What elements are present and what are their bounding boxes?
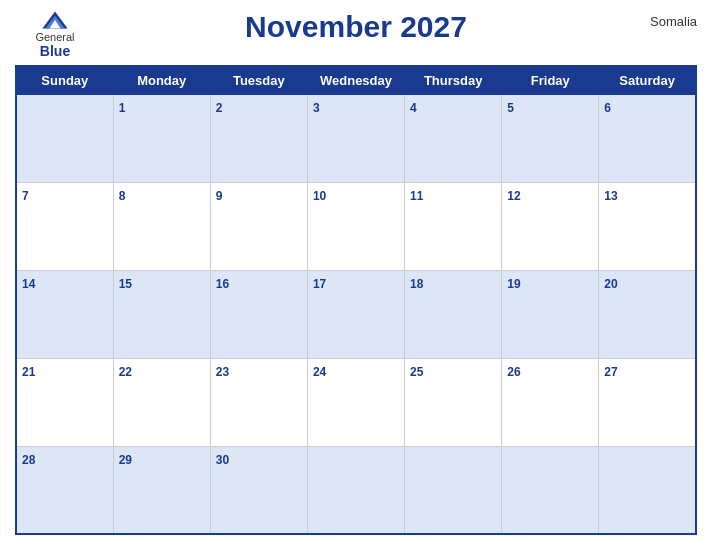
calendar-cell: 14 bbox=[16, 270, 113, 358]
calendar-week-row: 78910111213 bbox=[16, 182, 696, 270]
calendar-cell: 15 bbox=[113, 270, 210, 358]
calendar-cell: 17 bbox=[307, 270, 404, 358]
day-number: 28 bbox=[22, 453, 35, 467]
calendar-cell: 13 bbox=[599, 182, 696, 270]
day-number: 8 bbox=[119, 189, 126, 203]
calendar-cell: 22 bbox=[113, 358, 210, 446]
month-title: November 2027 bbox=[95, 10, 617, 44]
day-number: 17 bbox=[313, 277, 326, 291]
calendar-cell: 10 bbox=[307, 182, 404, 270]
calendar-cell: 12 bbox=[502, 182, 599, 270]
day-number: 26 bbox=[507, 365, 520, 379]
calendar-cell: 11 bbox=[405, 182, 502, 270]
calendar-cell: 24 bbox=[307, 358, 404, 446]
calendar-cell bbox=[502, 446, 599, 534]
day-number: 27 bbox=[604, 365, 617, 379]
logo-blue: Blue bbox=[40, 43, 70, 59]
calendar-cell: 2 bbox=[210, 95, 307, 183]
day-number: 16 bbox=[216, 277, 229, 291]
calendar-container: General Blue November 2027 Somalia Sunda… bbox=[0, 0, 712, 550]
calendar-cell: 30 bbox=[210, 446, 307, 534]
header-saturday: Saturday bbox=[599, 66, 696, 95]
calendar-cell: 7 bbox=[16, 182, 113, 270]
calendar-cell: 23 bbox=[210, 358, 307, 446]
calendar-week-row: 21222324252627 bbox=[16, 358, 696, 446]
calendar-cell: 4 bbox=[405, 95, 502, 183]
calendar-cell: 9 bbox=[210, 182, 307, 270]
day-number: 6 bbox=[604, 101, 611, 115]
day-number: 22 bbox=[119, 365, 132, 379]
day-number: 20 bbox=[604, 277, 617, 291]
calendar-table: Sunday Monday Tuesday Wednesday Thursday… bbox=[15, 65, 697, 535]
calendar-cell: 18 bbox=[405, 270, 502, 358]
day-number: 13 bbox=[604, 189, 617, 203]
calendar-week-row: 14151617181920 bbox=[16, 270, 696, 358]
logo: General Blue bbox=[15, 10, 95, 59]
header-thursday: Thursday bbox=[405, 66, 502, 95]
calendar-cell bbox=[599, 446, 696, 534]
day-number: 21 bbox=[22, 365, 35, 379]
calendar-cell: 26 bbox=[502, 358, 599, 446]
weekday-header-row: Sunday Monday Tuesday Wednesday Thursday… bbox=[16, 66, 696, 95]
day-number: 12 bbox=[507, 189, 520, 203]
calendar-cell bbox=[307, 446, 404, 534]
calendar-cell: 28 bbox=[16, 446, 113, 534]
header-monday: Monday bbox=[113, 66, 210, 95]
country-label: Somalia bbox=[617, 10, 697, 29]
day-number: 23 bbox=[216, 365, 229, 379]
day-number: 14 bbox=[22, 277, 35, 291]
day-number: 4 bbox=[410, 101, 417, 115]
calendar-week-row: 282930 bbox=[16, 446, 696, 534]
calendar-cell bbox=[405, 446, 502, 534]
calendar-cell: 1 bbox=[113, 95, 210, 183]
header-sunday: Sunday bbox=[16, 66, 113, 95]
day-number: 7 bbox=[22, 189, 29, 203]
day-number: 18 bbox=[410, 277, 423, 291]
day-number: 19 bbox=[507, 277, 520, 291]
calendar-cell: 20 bbox=[599, 270, 696, 358]
day-number: 9 bbox=[216, 189, 223, 203]
day-number: 10 bbox=[313, 189, 326, 203]
calendar-cell: 16 bbox=[210, 270, 307, 358]
calendar-cell: 21 bbox=[16, 358, 113, 446]
day-number: 3 bbox=[313, 101, 320, 115]
day-number: 5 bbox=[507, 101, 514, 115]
calendar-cell: 19 bbox=[502, 270, 599, 358]
calendar-cell: 27 bbox=[599, 358, 696, 446]
day-number: 2 bbox=[216, 101, 223, 115]
header-wednesday: Wednesday bbox=[307, 66, 404, 95]
day-number: 11 bbox=[410, 189, 423, 203]
calendar-week-row: 123456 bbox=[16, 95, 696, 183]
day-number: 25 bbox=[410, 365, 423, 379]
calendar-cell: 25 bbox=[405, 358, 502, 446]
calendar-cell: 5 bbox=[502, 95, 599, 183]
day-number: 24 bbox=[313, 365, 326, 379]
header-friday: Friday bbox=[502, 66, 599, 95]
calendar-cell: 8 bbox=[113, 182, 210, 270]
logo-icon bbox=[41, 10, 69, 30]
day-number: 1 bbox=[119, 101, 126, 115]
logo-general: General bbox=[35, 31, 74, 43]
calendar-cell: 29 bbox=[113, 446, 210, 534]
calendar-cell: 3 bbox=[307, 95, 404, 183]
calendar-cell bbox=[16, 95, 113, 183]
header-tuesday: Tuesday bbox=[210, 66, 307, 95]
day-number: 30 bbox=[216, 453, 229, 467]
calendar-header: General Blue November 2027 Somalia bbox=[15, 10, 697, 59]
day-number: 15 bbox=[119, 277, 132, 291]
calendar-cell: 6 bbox=[599, 95, 696, 183]
day-number: 29 bbox=[119, 453, 132, 467]
